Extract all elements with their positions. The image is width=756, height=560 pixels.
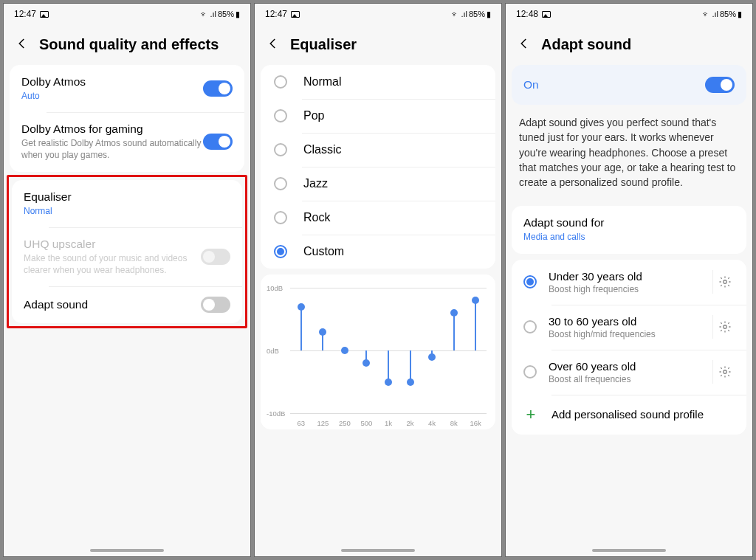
gear-icon[interactable] [712,315,736,339]
svg-point-1 [723,325,726,329]
plus-icon: + [523,407,538,423]
age-sub: Boost all frequencies [549,374,707,384]
band-500[interactable]: 500 [359,288,374,413]
status-time: 12:47 [14,9,36,19]
preset-classic[interactable]: Classic [261,133,495,167]
preset-normal[interactable]: Normal [261,65,495,99]
band-16k[interactable]: 16k [468,288,484,413]
eq-handle[interactable] [319,328,326,336]
row-dolby-gaming[interactable]: Dolby Atmos for gaming Get realistic Dol… [10,112,244,171]
age-list: Under 30 years oldBoost high frequencies… [512,260,746,435]
radio-icon[interactable] [523,275,537,288]
band-250[interactable]: 250 [337,288,352,413]
row-title: Dolby Atmos [21,75,203,89]
eq-handle[interactable] [428,353,436,361]
row-sub: Make the sound of your music and videos … [24,252,201,276]
adapt-description: Adapt sound gives you perfect sound that… [506,105,752,200]
age-title: Under 30 years old [549,270,707,283]
back-icon[interactable] [16,37,29,53]
screenshot-icon [291,11,300,18]
x-tick: 8k [446,419,461,427]
y-tick: 10dB [267,284,283,292]
preset-label: Normal [303,75,342,89]
page-title: Equaliser [290,36,357,53]
age-sub: Boost high/mid frequencies [549,329,707,339]
eq-handle[interactable] [472,297,479,304]
eq-handle[interactable] [407,378,414,386]
age-title: 30 to 60 years old [549,315,707,328]
screenshot-icon [542,11,551,18]
x-tick: 63 [293,419,309,427]
radio-icon[interactable] [274,245,287,258]
status-battery: 85% [469,10,485,18]
row-adapt-sound[interactable]: Adapt sound [12,286,242,323]
preset-rock[interactable]: Rock [261,201,495,235]
preset-pop[interactable]: Pop [261,99,495,133]
home-indicator[interactable] [341,549,415,552]
on-panel[interactable]: On [512,65,746,105]
gear-icon[interactable] [712,360,736,384]
x-tick: 2k [402,419,418,427]
preset-jazz[interactable]: Jazz [261,167,495,201]
preset-label: Rock [303,211,330,224]
row-dolby-atmos[interactable]: Dolby Atmos Auto [10,65,244,112]
band-125[interactable]: 125 [315,288,331,413]
x-tick: 125 [315,419,331,427]
battery-icon: ▮ [487,10,491,19]
adapt-for-group: Adapt sound for Media and calls [512,206,746,253]
status-battery: 85% [218,10,234,18]
status-bar: 12:48 ᯤ .ıl 85% ▮ [506,4,752,24]
row-equaliser[interactable]: Equaliser Normal [12,180,242,227]
home-indicator[interactable] [592,549,666,552]
row-uhq-upscaler: UHQ upscaler Make the sound of your musi… [12,227,242,286]
radio-icon[interactable] [274,177,287,190]
band-1k[interactable]: 1k [380,288,396,413]
age-option[interactable]: Over 60 years oldBoost all frequencies [512,350,746,395]
gear-icon[interactable] [712,270,736,294]
band-63[interactable]: 63 [293,288,309,413]
row-sub: Normal [24,205,230,217]
add-profile-button[interactable]: +Add personalised sound profile [512,395,746,435]
radio-icon[interactable] [523,365,537,378]
band-2k[interactable]: 2k [402,288,418,413]
preset-label: Classic [303,143,342,156]
home-indicator[interactable] [90,549,164,552]
eq-handle[interactable] [298,303,305,311]
eq-handle[interactable] [385,378,392,386]
screenshot-icon [40,11,49,18]
age-option[interactable]: 30 to 60 years oldBoost high/mid frequen… [512,305,746,350]
wifi-icon: ᯤ [200,10,208,18]
radio-icon[interactable] [274,143,287,156]
status-time: 12:47 [265,9,287,19]
row-adapt-for[interactable]: Adapt sound for Media and calls [512,206,746,253]
radio-icon[interactable] [274,75,287,89]
band-4k[interactable]: 4k [424,288,439,413]
toggle-adapt-sound[interactable] [201,297,230,313]
toggle-adapt-on[interactable] [705,77,735,93]
back-icon[interactable] [267,37,280,53]
band-8k[interactable]: 8k [446,288,461,413]
on-label: On [523,78,539,91]
equaliser-chart[interactable]: 10dB0dB-10dB631252505001k2k4k8k16k [261,274,495,429]
status-bar: 12:47 ᯤ .ıl 85% ▮ [4,4,250,24]
x-tick: 500 [359,419,374,427]
svg-point-0 [723,280,726,284]
x-tick: 4k [424,419,439,427]
toggle-dolby-atmos[interactable] [203,80,233,97]
radio-icon[interactable] [274,109,287,122]
age-option[interactable]: Under 30 years oldBoost high frequencies [512,260,746,305]
radio-icon[interactable] [523,320,537,333]
row-sub: Media and calls [523,231,735,243]
row-sub: Get realistic Dolby Atmos sound automati… [21,137,203,161]
eq-handle[interactable] [362,359,370,367]
back-icon[interactable] [518,37,531,53]
radio-icon[interactable] [274,211,287,224]
toggle-uhq [201,249,230,265]
battery-icon: ▮ [236,10,240,19]
row-title: Adapt sound [24,298,201,311]
toggle-dolby-gaming[interactable] [203,134,233,150]
status-indicators: ᯤ .ıl 85% ▮ [200,10,240,19]
eq-handle[interactable] [450,309,458,317]
preset-custom[interactable]: Custom [261,235,495,269]
eq-handle[interactable] [341,347,348,354]
